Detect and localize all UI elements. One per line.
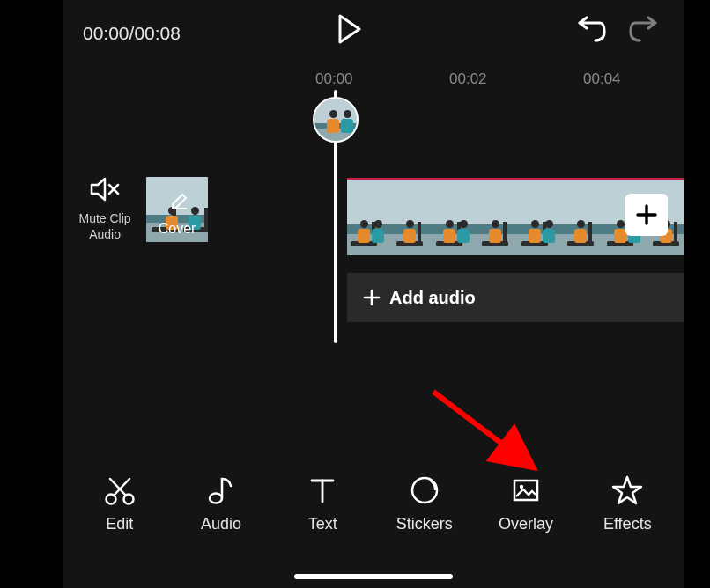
tool-overlay[interactable]: Overlay — [478, 473, 573, 533]
cover-label: Cover — [146, 221, 208, 237]
play-button[interactable] — [337, 14, 363, 48]
plus-icon — [363, 289, 381, 306]
time-display: 00:00/00:08 — [83, 23, 181, 44]
svg-line-11 — [110, 479, 126, 496]
tool-label: Audio — [201, 515, 241, 533]
timeline-area: Mute Clip Audio Cover — [63, 106, 684, 352]
tool-edit[interactable]: Edit — [72, 473, 167, 533]
timeline-ruler[interactable]: 00:00 00:02 00:04 — [63, 70, 684, 97]
svg-point-17 — [520, 484, 523, 488]
add-audio-row[interactable]: Add audio — [347, 273, 684, 322]
mute-clip-audio-button[interactable]: Mute Clip Audio — [76, 176, 134, 242]
text-icon — [305, 473, 340, 508]
sticker-icon — [407, 473, 442, 508]
video-editor-app: 00:00/00:08 00:00 00:02 00:04 — [63, 0, 684, 588]
svg-rect-16 — [514, 481, 537, 500]
svg-line-7 — [433, 392, 529, 464]
tool-label: Edit — [106, 515, 133, 533]
tool-effects[interactable]: Effects — [580, 473, 675, 533]
home-indicator[interactable] — [294, 574, 453, 579]
svg-line-10 — [114, 479, 129, 496]
music-note-icon — [203, 473, 239, 508]
top-bar: 00:00/00:08 — [63, 16, 684, 51]
star-icon — [610, 473, 645, 508]
tool-text[interactable]: Text — [275, 473, 370, 533]
ruler-tick: 00:02 — [449, 70, 487, 88]
ruler-tick: 00:04 — [583, 70, 621, 88]
tool-label: Text — [308, 515, 337, 533]
svg-point-12 — [210, 493, 222, 503]
pencil-icon — [170, 191, 189, 214]
tool-label: Effects — [603, 515, 652, 533]
speaker-mute-icon — [89, 176, 121, 206]
undo-button[interactable] — [571, 16, 606, 48]
tool-label: Overlay — [499, 515, 553, 533]
playhead-preview-bubble[interactable] — [313, 97, 359, 143]
timeline-left-controls: Mute Clip Audio Cover — [76, 176, 208, 242]
bottom-toolbar: Edit Audio Text — [63, 463, 684, 542]
cover-thumbnail[interactable]: Cover — [146, 177, 208, 242]
redo-button[interactable] — [629, 16, 664, 48]
mute-label: Mute Clip Audio — [76, 211, 134, 242]
add-audio-label: Add audio — [389, 288, 476, 308]
tool-label: Stickers — [396, 515, 453, 533]
tool-audio[interactable]: Audio — [174, 473, 269, 533]
ruler-tick: 00:00 — [315, 70, 353, 88]
tool-stickers[interactable]: Stickers — [377, 473, 472, 533]
scissors-icon — [102, 473, 137, 508]
plus-icon — [634, 202, 659, 227]
add-clip-button[interactable] — [625, 194, 668, 236]
overlay-icon — [508, 473, 544, 508]
